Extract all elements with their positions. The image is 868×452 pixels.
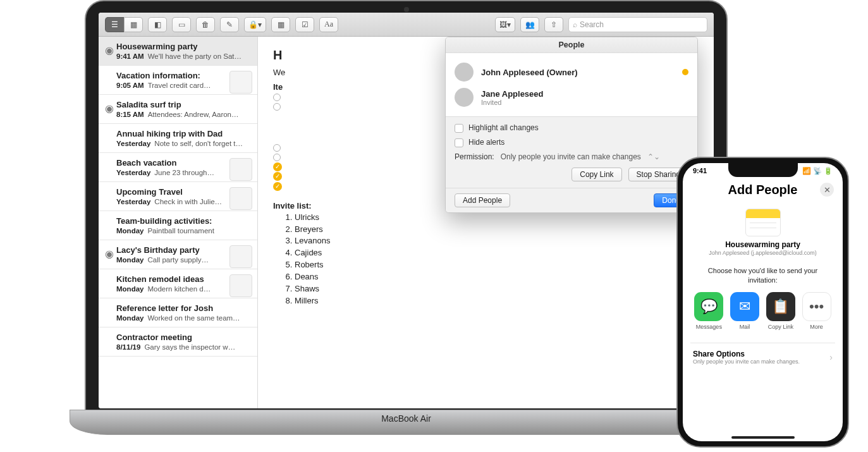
shared-note-title: Housewarming party xyxy=(694,240,831,249)
invitee-item: Breyers xyxy=(295,224,699,236)
checklist-button[interactable]: ☑ xyxy=(295,17,314,32)
share-options-title: Share Options xyxy=(693,350,833,358)
compose-icon: ✎ xyxy=(226,20,233,29)
copy-link-button[interactable]: Copy Link xyxy=(572,168,621,181)
permission-value: Only people you invite can make changes xyxy=(501,152,641,161)
note-list-item[interactable]: Reference letter for JoshMondayWorked on… xyxy=(99,298,257,327)
table-icon: ▦ xyxy=(278,20,284,29)
person-name: Jane Appleseed xyxy=(481,89,544,99)
invitee-item: Levanons xyxy=(295,235,699,247)
note-list-item[interactable]: Beach vacationYesterdayJune 23 through… xyxy=(99,153,257,182)
sidebar-icon: ◧ xyxy=(154,20,161,29)
invitee-item: Shaws xyxy=(295,283,699,295)
macbook-mockup: ☰ ▦ ◧ ▭ 🗑 ✎ 🔒▾ ▦ ☑ Aa 🖼▾ 👥 ⇧ ⌕ Search xyxy=(70,0,743,443)
note-list-item[interactable]: Kitchen remodel ideasMondayModern kitche… xyxy=(99,269,257,298)
checklist-icon: ☑ xyxy=(302,20,309,29)
toolbar: ☰ ▦ ◧ ▭ 🗑 ✎ 🔒▾ ▦ ☑ Aa 🖼▾ 👥 ⇧ ⌕ Search xyxy=(99,13,714,37)
note-thumbnail xyxy=(229,274,252,297)
checkmark-icon: ✓ xyxy=(273,172,282,181)
search-input[interactable]: ⌕ Search xyxy=(568,17,707,32)
note-list-item[interactable]: Team-building activities:MondayPaintball… xyxy=(99,211,257,240)
note-list-item[interactable]: Annual hiking trip with DadYesterdayNote… xyxy=(99,124,257,153)
note-item-title: Housewarming party xyxy=(116,42,251,51)
iphone-mockup: 9:41 📶 📡 🔋 Add People ✕ Housewarming par… xyxy=(676,157,849,448)
note-item-title: Reference letter for Josh xyxy=(116,303,251,313)
view-gallery-button[interactable]: ▦ xyxy=(124,17,143,32)
sheet-title: Add People xyxy=(728,183,797,197)
new-note-button[interactable]: ✎ xyxy=(220,17,239,32)
copy-link-icon: 📋 xyxy=(766,292,795,321)
home-indicator[interactable] xyxy=(731,436,795,439)
highlight-changes-checkbox[interactable]: Highlight all changes xyxy=(455,123,688,133)
share-popover: People John Appleseed (Owner)Jane Apples… xyxy=(445,37,698,213)
checkmark-icon: ✓ xyxy=(273,162,282,171)
note-list-item[interactable]: Upcoming TravelYesterdayCheck in with Ju… xyxy=(99,182,257,211)
notes-list[interactable]: ◉Housewarming party9:41 AMWe'll have the… xyxy=(99,37,258,408)
chevrons-icon: ⌃⌄ xyxy=(647,152,660,161)
note-list-item[interactable]: ◉Lacy's Birthday partyMondayCall party s… xyxy=(99,240,257,269)
note-list-item[interactable]: Contractor meeting8/11/19Gary says the i… xyxy=(99,327,257,357)
note-item-title: Team-building activities: xyxy=(116,216,251,226)
invitee-item: Roberts xyxy=(295,259,699,271)
view-list-button[interactable]: ☰ xyxy=(105,17,124,32)
invitee-item: Ulricks xyxy=(295,212,699,224)
add-people-icon: 👥 xyxy=(525,20,535,29)
sidebar-toggle-button[interactable]: ◧ xyxy=(148,17,167,32)
status-icons: 📶 📡 🔋 xyxy=(802,167,833,175)
close-button[interactable]: ✕ xyxy=(820,183,834,197)
invitation-prompt: Choose how you'd like to send your invit… xyxy=(694,266,831,286)
note-thumbnail xyxy=(229,158,252,181)
table-button[interactable]: ▦ xyxy=(271,17,290,32)
share-icon: ⇧ xyxy=(551,20,557,29)
permission-select[interactable]: Permission: Only people you invite can m… xyxy=(455,152,688,161)
shared-icon: ◉ xyxy=(105,44,111,51)
add-people-button[interactable]: Add People xyxy=(455,193,510,207)
invitee-item: Cajides xyxy=(295,247,699,259)
status-time: 9:41 xyxy=(693,167,707,175)
close-icon: ✕ xyxy=(824,185,831,195)
note-thumbnail xyxy=(229,187,252,210)
note-thumbnail xyxy=(229,245,252,268)
search-placeholder: Search xyxy=(580,20,604,29)
shared-icon: ◉ xyxy=(105,248,111,254)
grid-icon: ▦ xyxy=(130,20,137,29)
mail-icon: ✉ xyxy=(730,292,759,321)
format-button[interactable]: Aa xyxy=(319,17,338,32)
note-item-subtitle: 9:41 AMWe'll have the party on Sat… xyxy=(116,52,251,60)
note-item-subtitle: 8:15 AMAttendees: Andrew, Aaron… xyxy=(116,111,251,118)
note-editor[interactable]: H We Ite ✓ ✓ ✓ Invite list: UlricksBreye xyxy=(258,37,714,408)
delete-button[interactable]: 🗑 xyxy=(196,17,215,32)
note-list-item[interactable]: Vacation information:9:05 AMTravel credi… xyxy=(99,66,257,95)
hide-alerts-checkbox[interactable]: Hide alerts xyxy=(455,138,688,147)
people-list: John Appleseed (Owner)Jane AppleseedInvi… xyxy=(446,53,697,116)
person-row[interactable]: Jane AppleseedInvited xyxy=(455,85,688,110)
share-via-mail[interactable]: ✉Mail xyxy=(730,292,760,330)
list-icon: ☰ xyxy=(111,20,118,29)
shared-note-owner: John Appleseed (j.appleseed@icloud.com) xyxy=(694,250,831,256)
media-button[interactable]: 🖼▾ xyxy=(495,17,515,32)
permission-label: Permission: xyxy=(455,152,494,161)
note-item-subtitle: 8/11/19Gary says the inspector w… xyxy=(116,343,251,351)
share-copy-link[interactable]: 📋Copy Link xyxy=(766,292,796,330)
share-via-messages[interactable]: 💬Messages xyxy=(694,292,724,330)
note-list-item[interactable]: ◉Housewarming party9:41 AMWe'll have the… xyxy=(99,37,257,66)
lock-button[interactable]: 🔒▾ xyxy=(244,17,266,32)
checkmark-icon: ✓ xyxy=(273,182,282,191)
person-status: Invited xyxy=(481,99,544,106)
note-thumbnail xyxy=(229,71,252,94)
note-item-subtitle: MondayWorked on the same team… xyxy=(116,314,251,322)
popover-title: People xyxy=(446,37,697,53)
share-options-row[interactable]: Share Options Only people you invite can… xyxy=(690,343,835,371)
invitee-item: Millers xyxy=(295,295,699,307)
note-list-item[interactable]: ◉Saladita surf trip8:15 AMAttendees: And… xyxy=(99,95,257,124)
person-row[interactable]: John Appleseed (Owner) xyxy=(455,59,688,85)
attachments-button[interactable]: ▭ xyxy=(172,17,191,32)
shared-icon: ◉ xyxy=(105,102,111,109)
share-button[interactable]: ⇧ xyxy=(544,17,563,32)
share-more[interactable]: •••More xyxy=(802,292,831,330)
collaborate-button[interactable]: 👥 xyxy=(520,17,539,32)
note-item-subtitle: YesterdayNote to self, don't forget t… xyxy=(116,140,251,147)
note-item-title: Annual hiking trip with Dad xyxy=(116,129,251,138)
camera-icon xyxy=(404,7,409,12)
avatar xyxy=(455,88,474,107)
